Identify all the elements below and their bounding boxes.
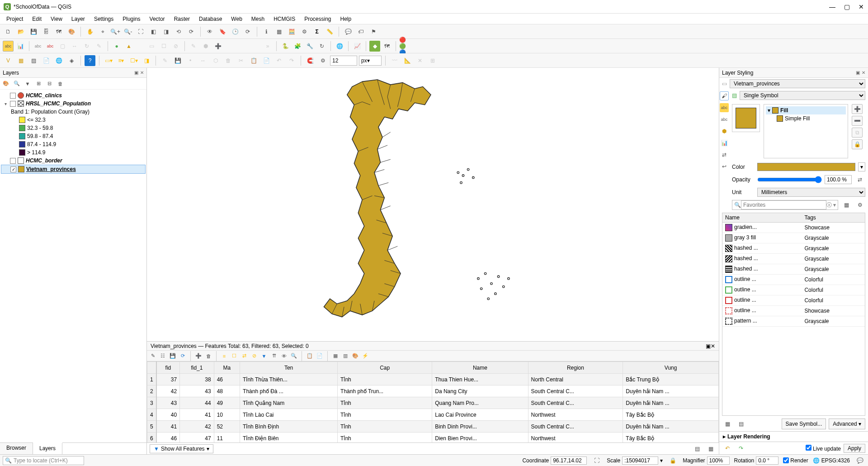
rotate-label-icon[interactable]: ↻: [81, 41, 92, 52]
save-project-icon[interactable]: 💾: [28, 26, 39, 37]
copy-rows-icon[interactable]: 📋: [306, 352, 314, 360]
select-expr-icon[interactable]: ≡▾: [116, 55, 127, 66]
add-symbol-layer-button[interactable]: ➕: [852, 104, 863, 114]
grid-view-icon[interactable]: ▤: [736, 418, 746, 429]
table-cell[interactable]: Thua Thien Hue...: [432, 374, 528, 385]
menu-hcmgis[interactable]: HCMGIS: [269, 15, 300, 23]
expand-icon[interactable]: ▾: [3, 101, 8, 106]
crs-button[interactable]: 🌐 EPSG:4326: [813, 457, 850, 464]
stats-icon[interactable]: Σ: [311, 26, 322, 37]
table-cell[interactable]: Lao Cai Province: [432, 409, 528, 421]
favorite-item[interactable]: pattern ...Grayscale: [722, 316, 865, 327]
move-top-icon[interactable]: ⇈: [270, 352, 278, 360]
edit-toggle-icon[interactable]: ✎: [160, 55, 170, 66]
filter-legend-icon[interactable]: ▼: [24, 80, 32, 88]
attr-close-icon[interactable]: ✕: [711, 343, 715, 349]
coordinate-input[interactable]: [551, 456, 587, 465]
zoom-last-icon[interactable]: ⟲: [173, 26, 184, 37]
column-header[interactable]: Region: [528, 362, 623, 374]
layer-name[interactable]: 87.4 - 114.9: [27, 141, 56, 147]
style-manager-icon[interactable]: ▦: [841, 200, 852, 210]
table-cell[interactable]: Tỉnh: [338, 397, 432, 409]
pan-selected-icon[interactable]: 👁: [280, 352, 288, 360]
undo-style-icon[interactable]: ↶: [722, 443, 733, 454]
table-cell[interactable]: 42: [180, 421, 214, 433]
table-cell[interactable]: Binh Dinh Provi...: [432, 421, 528, 433]
new-project-icon[interactable]: 🗋: [3, 26, 14, 37]
row-header[interactable]: 2: [147, 385, 156, 397]
unit-select[interactable]: Millimeters: [757, 188, 865, 197]
transparency-tab-icon[interactable]: ⇄: [720, 150, 729, 159]
map-canvas[interactable]: [147, 68, 719, 341]
table-view-icon[interactable]: ▦: [705, 443, 716, 454]
add-wms-icon[interactable]: 🌐: [53, 55, 64, 66]
save-edits-icon[interactable]: 💾: [169, 352, 177, 360]
table-cell[interactable]: 43: [180, 385, 214, 397]
table-cell[interactable]: Tỉnh Thừa Thiên...: [240, 374, 338, 385]
label-icon[interactable]: abc: [3, 41, 14, 52]
layer-name[interactable]: HCMC_clinics: [26, 92, 62, 99]
render-checkbox[interactable]: Render: [783, 457, 808, 464]
zoom-in-icon[interactable]: 🔍+: [110, 26, 121, 37]
symbology-tab-icon[interactable]: 🖌: [720, 91, 729, 100]
toolbox-icon[interactable]: ⚙: [299, 26, 310, 37]
edit-tool-icon[interactable]: ✎: [188, 41, 199, 52]
table-cell[interactable]: Tây Bắc Bộ: [623, 433, 719, 443]
georef-icon[interactable]: 🗺: [382, 41, 392, 52]
identify-icon[interactable]: ℹ: [261, 26, 272, 37]
3d-tab-icon[interactable]: ⬢: [720, 127, 729, 136]
favorite-item[interactable]: hashed ...Grayscale: [722, 254, 865, 264]
layer-name[interactable]: > 114.9: [27, 149, 45, 156]
table-cell[interactable]: 46: [214, 374, 240, 385]
pan-icon[interactable]: ✋: [85, 26, 95, 37]
osm-icon[interactable]: ◆: [369, 41, 380, 52]
delete-field-icon[interactable]: ▥: [341, 352, 349, 360]
close-button[interactable]: ✕: [858, 3, 864, 10]
menu-vector[interactable]: Vector: [145, 15, 170, 23]
layer-checkbox[interactable]: ✓: [10, 166, 16, 172]
styling-undock-icon[interactable]: ▣: [856, 70, 860, 75]
row-header[interactable]: 4: [147, 409, 156, 421]
paste-feature-icon[interactable]: 📄: [261, 55, 272, 66]
zoom-full-icon[interactable]: ⛶: [135, 26, 146, 37]
table-cell[interactable]: 40: [156, 409, 180, 421]
column-header[interactable]: Name: [432, 362, 528, 374]
locator-input[interactable]: 🔍 Type to locate (Ctrl+K): [3, 456, 84, 465]
favorite-item[interactable]: outline ...Colorful: [722, 295, 865, 306]
world-icon[interactable]: 🌐: [334, 41, 345, 52]
paste-rows-icon[interactable]: 📄: [316, 352, 324, 360]
style-options-icon[interactable]: ⚙: [854, 200, 865, 210]
menu-mesh[interactable]: Mesh: [247, 15, 269, 23]
table-cell[interactable]: 41: [180, 409, 214, 421]
map-theme-icon[interactable]: 👁: [204, 26, 215, 37]
layer-checkbox[interactable]: [10, 158, 16, 164]
maptip-icon[interactable]: 💬: [343, 26, 354, 37]
table-cell[interactable]: 43: [156, 397, 180, 409]
undo-icon[interactable]: ↶: [274, 55, 284, 66]
show-label-icon[interactable]: ▢: [57, 41, 68, 52]
lock-scale-icon[interactable]: 🔒: [667, 455, 678, 466]
table-cell[interactable]: 42: [156, 385, 180, 397]
toggle-edit-icon[interactable]: ✎: [149, 352, 157, 360]
expand-icon[interactable]: ⊞: [34, 80, 42, 88]
favorite-item[interactable]: outline ...Colorful: [722, 275, 865, 285]
tab-browser[interactable]: Browser: [0, 443, 33, 454]
table-cell[interactable]: 48: [214, 385, 240, 397]
layer-name[interactable]: Band 1: Population Count (Gray): [11, 109, 90, 115]
deselect-rows-icon[interactable]: ⊘: [250, 352, 258, 360]
zoom-next-icon[interactable]: ⟳: [186, 26, 197, 37]
temporal-icon[interactable]: 🕒: [230, 26, 241, 37]
table-cell[interactable]: Bắc Trung Bộ: [623, 374, 719, 385]
favorite-item[interactable]: gray 3 fillGrayscale: [722, 233, 865, 243]
delete-feature-icon[interactable]: 🗑: [223, 55, 234, 66]
add-feature-icon[interactable]: ➕: [194, 352, 203, 360]
menu-help[interactable]: Help: [336, 15, 356, 23]
diagram-icon[interactable]: 📊: [15, 41, 26, 52]
row-header[interactable]: 6: [147, 433, 156, 443]
collapse-icon[interactable]: ⊟: [45, 80, 53, 88]
column-header[interactable]: Cap: [338, 362, 432, 374]
styling-close-icon[interactable]: ✕: [862, 70, 865, 75]
column-header[interactable]: Ten: [240, 362, 338, 374]
color-dropdown[interactable]: ▾: [858, 162, 865, 171]
table-cell[interactable]: Northwest: [528, 409, 623, 421]
